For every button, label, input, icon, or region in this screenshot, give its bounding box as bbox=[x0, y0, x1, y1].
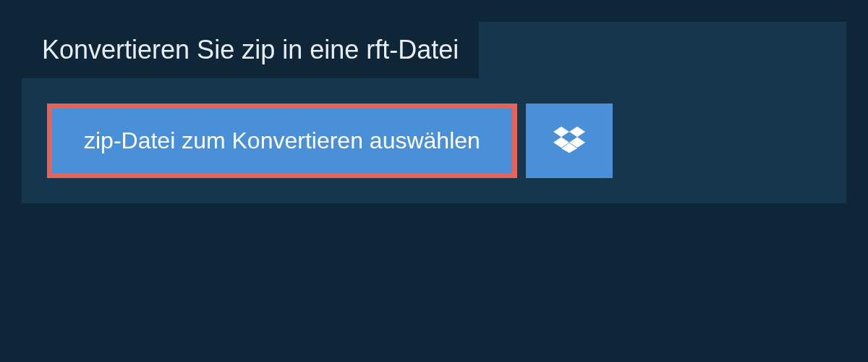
dropbox-icon bbox=[553, 124, 585, 159]
select-file-button[interactable]: zip-Datei zum Konvertieren auswählen bbox=[47, 104, 517, 178]
page-title: Konvertieren Sie zip in eine rft-Datei bbox=[22, 22, 479, 78]
dropbox-button[interactable] bbox=[526, 104, 613, 178]
converter-panel: Konvertieren Sie zip in eine rft-Datei z… bbox=[22, 22, 846, 203]
select-file-label: zip-Datei zum Konvertieren auswählen bbox=[84, 127, 480, 154]
upload-button-row: zip-Datei zum Konvertieren auswählen bbox=[22, 78, 846, 178]
